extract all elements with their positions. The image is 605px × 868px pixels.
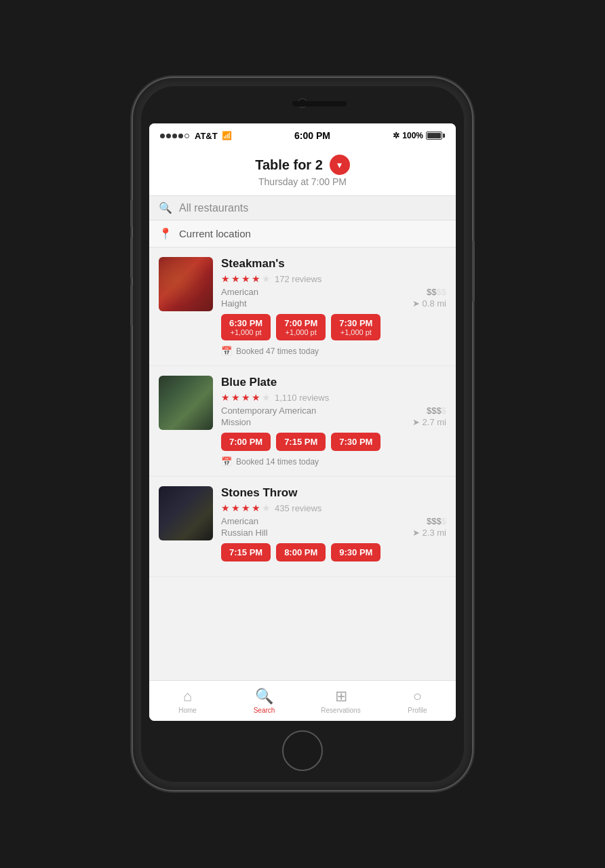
status-right: ✲ 100% <box>393 131 445 140</box>
location-icon: 📍 <box>159 227 172 240</box>
restaurant-image-stones <box>159 486 213 540</box>
time-label: 7:00 PM <box>284 318 317 328</box>
carrier-label: AT&T <box>195 131 218 141</box>
dot-5 <box>184 134 189 138</box>
time-slot-715[interactable]: 7:15 PM <box>221 543 271 561</box>
profile-icon: ○ <box>413 688 422 705</box>
search-icon: 🔍 <box>255 688 273 705</box>
header-subtitle: Thursday at 7:00 PM <box>149 176 456 187</box>
location-dist-row: Russian Hill ➤ 2.3 mi <box>221 528 446 538</box>
time-label: 7:00 PM <box>229 437 262 447</box>
dot-2 <box>166 134 171 138</box>
time-slot-800[interactable]: 8:00 PM <box>276 543 326 561</box>
dot-4 <box>178 134 183 138</box>
review-count: 435 reviews <box>275 503 321 513</box>
bottom-nav: ⌂ Home 🔍 Search ⊞ Reservations ○ <box>149 680 456 721</box>
calendar-icon: 📅 <box>221 346 232 356</box>
price: $$$$ <box>427 406 446 416</box>
time-slots: 6:30 PM +1,000 pt 7:00 PM +1,000 pt 7:30… <box>221 314 446 340</box>
status-bar: AT&T 📶 6:00 PM ✲ 100% <box>149 123 456 148</box>
battery-body <box>426 132 442 140</box>
booked-text: Booked 14 times today <box>236 457 319 467</box>
points-label: +1,000 pt <box>229 328 262 336</box>
time-slot-730[interactable]: 7:30 PM +1,000 pt <box>331 314 380 340</box>
review-count: 1,110 reviews <box>275 393 329 403</box>
home-button[interactable] <box>282 730 323 771</box>
star-1: ★ <box>221 273 230 284</box>
star-4: ★ <box>252 502 260 513</box>
screen-content: AT&T 📶 6:00 PM ✲ 100% <box>149 123 456 721</box>
reservations-icon: ⊞ <box>335 688 347 705</box>
star-4: ★ <box>252 273 260 284</box>
restaurant-name: Blue Plate <box>221 376 446 389</box>
time-slot-730[interactable]: 7:30 PM <box>331 433 380 451</box>
star-3: ★ <box>241 392 250 403</box>
time-label: 6:30 PM <box>229 318 262 328</box>
header-row: Table for 2 <box>149 155 456 175</box>
cuisine: American <box>221 516 258 526</box>
stars: ★ ★ ★ ★ ★ <box>221 273 271 284</box>
stars: ★ ★ ★ ★ ★ <box>221 392 271 403</box>
location-dist-row: Haight ➤ 0.8 mi <box>221 298 446 309</box>
nav-profile-label: Profile <box>408 707 427 714</box>
battery-tip <box>443 134 445 138</box>
time-slot-700[interactable]: 7:00 PM <box>221 433 271 451</box>
time-slots: 7:00 PM 7:15 PM 7:30 PM <box>221 433 446 451</box>
nav-search[interactable]: 🔍 Search <box>226 681 302 721</box>
time-slot-630[interactable]: 6:30 PM +1,000 pt <box>221 314 271 340</box>
restaurant-image-steakman <box>159 257 213 311</box>
distance: ➤ 0.8 mi <box>412 298 446 309</box>
dot-3 <box>172 134 177 138</box>
side-button-volume-up <box>130 200 133 227</box>
stars-row: ★ ★ ★ ★ ★ 1,110 reviews <box>221 392 446 403</box>
star-1: ★ <box>221 502 230 513</box>
restaurant-info: Stones Throw ★ ★ ★ ★ ★ 435 <box>221 486 446 567</box>
nav-reservations-label: Reservations <box>321 707 360 714</box>
time-slot-930[interactable]: 9:30 PM <box>331 543 380 561</box>
location-bar[interactable]: 📍 Current location <box>149 220 456 248</box>
time-slot-700[interactable]: 7:00 PM +1,000 pt <box>276 314 326 340</box>
star-3: ★ <box>241 502 250 513</box>
neighborhood: Mission <box>221 417 251 427</box>
calendar-icon: 📅 <box>221 456 232 467</box>
time-label: 7:30 PM <box>339 437 372 447</box>
booked-row: 📅 Booked 47 times today <box>221 346 446 356</box>
stars: ★ ★ ★ ★ ★ <box>221 502 271 513</box>
points-label: +1,000 pt <box>284 328 317 336</box>
booked-row: 📅 Booked 14 times today <box>221 456 446 467</box>
nav-home[interactable]: ⌂ Home <box>149 681 226 721</box>
time-label: 8:00 PM <box>284 547 317 557</box>
restaurant-info: Steakman's ★ ★ ★ ★ ★ 172 re <box>221 257 446 356</box>
party-size-button[interactable] <box>330 155 350 175</box>
time-slots: 7:15 PM 8:00 PM 9:30 PM <box>221 543 446 561</box>
nav-reservations[interactable]: ⊞ Reservations <box>302 681 379 721</box>
distance: ➤ 2.7 mi <box>412 417 446 427</box>
star-1: ★ <box>221 392 230 403</box>
time-label: 7:15 PM <box>284 437 317 447</box>
status-left: AT&T 📶 <box>160 131 232 141</box>
header: Table for 2 Thursday at 7:00 PM <box>149 148 456 196</box>
status-time: 6:00 PM <box>294 130 330 141</box>
price: $$$$ <box>427 516 446 526</box>
search-bar[interactable]: 🔍 All restaurants <box>149 196 456 220</box>
review-count: 172 reviews <box>275 274 321 284</box>
screen: AT&T 📶 6:00 PM ✲ 100% <box>149 123 456 721</box>
star-3: ★ <box>241 273 250 284</box>
dot-1 <box>160 134 165 138</box>
header-title: Table for 2 <box>255 157 323 173</box>
stars-row: ★ ★ ★ ★ ★ 172 reviews <box>221 273 446 284</box>
booked-text: Booked 47 times today <box>236 347 319 356</box>
restaurant-list: Steakman's ★ ★ ★ ★ ★ 172 re <box>149 248 456 680</box>
star-5: ★ <box>262 502 271 513</box>
stars-row: ★ ★ ★ ★ ★ 435 reviews <box>221 502 446 513</box>
restaurant-info: Blue Plate ★ ★ ★ ★ ★ 1,110 <box>221 376 446 467</box>
time-slot-715[interactable]: 7:15 PM <box>276 433 326 451</box>
phone-frame: AT&T 📶 6:00 PM ✲ 100% <box>133 78 472 790</box>
battery-icon <box>426 132 445 140</box>
restaurant-item: Stones Throw ★ ★ ★ ★ ★ 435 <box>149 477 456 577</box>
battery-fill <box>427 133 441 138</box>
home-icon: ⌂ <box>183 688 192 705</box>
restaurant-name: Stones Throw <box>221 486 446 500</box>
time-label: 7:15 PM <box>229 547 262 557</box>
nav-profile[interactable]: ○ Profile <box>379 681 456 721</box>
